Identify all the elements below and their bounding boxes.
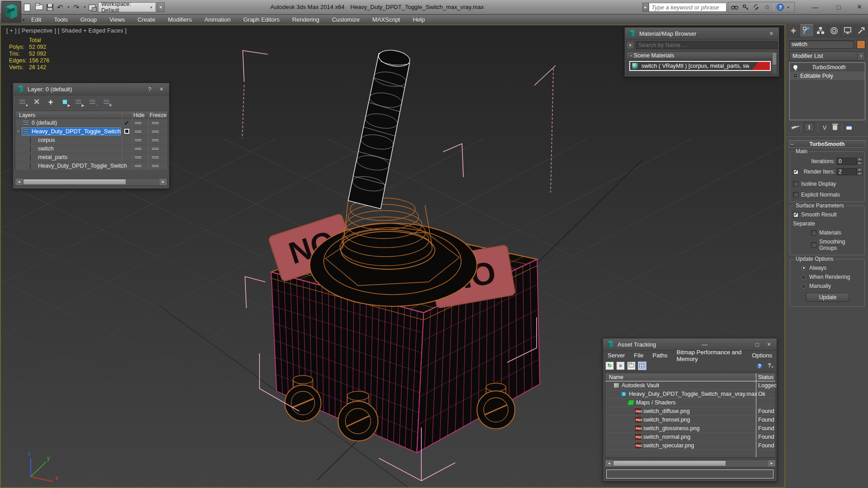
expand-subobjects-icon[interactable]: + bbox=[793, 74, 797, 78]
menu-animation[interactable]: Animation bbox=[198, 15, 237, 24]
menu-server[interactable]: Server bbox=[603, 352, 629, 359]
layer-object-row-corpus[interactable]: corpus bbox=[15, 136, 168, 145]
path-editor-button[interactable] bbox=[627, 361, 636, 370]
freeze-toggle[interactable] bbox=[152, 156, 159, 159]
minimize-window-button[interactable]: — bbox=[807, 2, 823, 12]
hide-toggle[interactable] bbox=[135, 131, 142, 133]
explicit-normals-checkbox[interactable] bbox=[793, 192, 798, 197]
iterations-spinner[interactable]: ▲▼ bbox=[857, 157, 863, 165]
logo-caret-icon[interactable]: ▼ bbox=[22, 18, 25, 22]
scroll-right-icon[interactable]: ► bbox=[768, 460, 775, 467]
hide-toggle[interactable] bbox=[135, 156, 142, 159]
menu-maxscript[interactable]: MAXScript bbox=[366, 15, 406, 24]
column-name[interactable]: Name bbox=[609, 374, 623, 380]
smoothing-groups-checkbox[interactable] bbox=[811, 242, 816, 248]
scroll-thumb[interactable] bbox=[23, 179, 126, 185]
viewport-label[interactable]: [ + ] [ Perspective ] [ Shaded + Edged F… bbox=[6, 28, 127, 34]
layer-dialog-titlebar[interactable]: Layer: 0 (default) ? × bbox=[13, 83, 169, 95]
column-status[interactable]: Status bbox=[758, 374, 774, 380]
workspace-selector[interactable]: Workspace: Default ▼ bbox=[98, 2, 156, 12]
menu-rendering[interactable]: Rendering bbox=[286, 15, 326, 24]
stack-item-editable-poly[interactable]: + Editable Poly bbox=[790, 71, 865, 80]
render-iters-checkbox[interactable] bbox=[793, 169, 798, 174]
configure-modifier-sets-button[interactable] bbox=[845, 125, 853, 130]
layer-row-selected[interactable]: − Heavy_Duty_DPDT_Toggle_Switch bbox=[15, 127, 168, 136]
set-current-layer-button[interactable]: ➤ bbox=[74, 98, 84, 107]
workspace-expand-button[interactable]: ▼ bbox=[157, 2, 165, 12]
help-icon[interactable]: ? bbox=[776, 3, 785, 11]
close-window-button[interactable]: × bbox=[852, 2, 867, 12]
tab-hierarchy[interactable] bbox=[814, 24, 827, 37]
spin-up-icon[interactable]: ▲ bbox=[857, 157, 863, 161]
help-dropdown-icon[interactable]: ▼ bbox=[787, 6, 790, 9]
highlight-selected-layer-button[interactable]: ◦ bbox=[88, 98, 98, 107]
hide-toggle[interactable] bbox=[135, 148, 142, 150]
current-layer-check-icon[interactable]: ✓ bbox=[124, 119, 129, 127]
modifier-enabled-bulb-icon[interactable] bbox=[793, 65, 797, 69]
material-browser-titlebar[interactable]: Material/Map Browser × bbox=[625, 28, 779, 40]
make-unique-button[interactable]: V bbox=[821, 124, 828, 131]
rollout-header[interactable]: − TurboSmooth bbox=[789, 140, 866, 148]
isoline-display-checkbox[interactable] bbox=[793, 181, 798, 187]
spin-up-icon[interactable]: ▲ bbox=[857, 168, 863, 172]
asset-row-vault[interactable]: Autodesk Vault Logged Out bbox=[605, 381, 775, 390]
scroll-left-icon[interactable]: ◄ bbox=[15, 178, 23, 185]
menu-views[interactable]: Views bbox=[103, 15, 131, 24]
scroll-right-icon[interactable]: ► bbox=[160, 178, 167, 185]
undo-button[interactable]: ↶ bbox=[57, 2, 63, 12]
hide-toggle[interactable] bbox=[135, 165, 142, 167]
material-vertical-scrollbar[interactable] bbox=[772, 52, 777, 74]
keyword-search-input[interactable] bbox=[649, 3, 726, 12]
menu-modifiers[interactable]: Modifiers bbox=[161, 15, 198, 24]
context-help-button[interactable]: ? bbox=[766, 361, 774, 370]
layer-object-row-switch[interactable]: switch bbox=[15, 145, 168, 153]
render-iters-value[interactable]: 2 bbox=[837, 168, 857, 175]
search-icon[interactable] bbox=[730, 3, 739, 11]
update-button[interactable]: Update bbox=[806, 293, 849, 302]
manually-radio[interactable] bbox=[801, 284, 806, 289]
project-folder-button[interactable] bbox=[89, 2, 95, 12]
create-new-layer-button[interactable]: ● bbox=[18, 98, 28, 107]
tab-motion[interactable] bbox=[827, 24, 841, 37]
help-button[interactable]: ? bbox=[755, 361, 764, 370]
refresh-button[interactable]: ↻ bbox=[605, 361, 614, 370]
when-rendering-radio[interactable] bbox=[801, 275, 806, 280]
layer-help-button[interactable]: ? bbox=[146, 86, 154, 93]
delete-layer-button[interactable]: ✕ bbox=[32, 98, 42, 107]
asset-close-button[interactable]: × bbox=[765, 341, 773, 348]
iterations-value[interactable]: 0 bbox=[837, 158, 857, 165]
asset-horizontal-scrollbar[interactable]: ◄ ► bbox=[605, 460, 776, 467]
menu-edit[interactable]: Edit bbox=[25, 15, 47, 24]
undo-dropdown-icon[interactable]: ▼ bbox=[67, 5, 70, 9]
hide-freeze-toggle-button[interactable]: ❋ bbox=[102, 98, 112, 107]
asset-row-glossiness[interactable]: PNG switch_glossiness.png Found bbox=[605, 424, 775, 433]
column-hide[interactable]: Hide bbox=[133, 112, 145, 118]
smooth-result-checkbox[interactable] bbox=[793, 212, 798, 217]
object-color-swatch[interactable] bbox=[857, 40, 865, 49]
layer-object-row-metal-parts[interactable]: metal_parts bbox=[15, 153, 168, 162]
add-selection-to-layer-button[interactable]: + bbox=[46, 98, 56, 107]
asset-status-field[interactable] bbox=[606, 469, 774, 479]
app-logo-button[interactable] bbox=[1, 1, 21, 23]
freeze-toggle[interactable] bbox=[152, 165, 159, 167]
menu-create[interactable]: Create bbox=[131, 15, 161, 24]
redo-dropdown-icon[interactable]: ▼ bbox=[83, 5, 86, 9]
always-radio[interactable] bbox=[801, 266, 806, 271]
menu-options[interactable]: Options bbox=[747, 352, 777, 359]
asset-maximize-button[interactable]: □ bbox=[753, 341, 761, 348]
asset-row-frensel[interactable]: PNG switch_frensel.png Found bbox=[605, 416, 775, 424]
asset-row-diffuse[interactable]: PNG switch_diffuse.png Found bbox=[605, 407, 775, 416]
tab-utilities[interactable] bbox=[854, 24, 868, 37]
details-view-button[interactable]: ≡ bbox=[616, 361, 625, 370]
material-item-switch[interactable]: switch ( VRayMtl ) [corpus, metal_parts,… bbox=[629, 61, 771, 71]
spin-down-icon[interactable]: ▼ bbox=[857, 161, 863, 165]
freeze-toggle[interactable] bbox=[152, 148, 159, 150]
hide-toggle[interactable] bbox=[135, 139, 142, 141]
menu-group[interactable]: Group bbox=[74, 15, 103, 24]
object-name-field[interactable]: switch bbox=[789, 40, 854, 49]
layer-close-button[interactable]: × bbox=[157, 85, 165, 93]
select-objects-in-layer-button[interactable]: ➤ bbox=[60, 98, 70, 107]
freeze-toggle[interactable] bbox=[152, 122, 159, 124]
menu-tools[interactable]: Tools bbox=[47, 15, 74, 24]
subscription-key-icon[interactable] bbox=[741, 3, 750, 11]
